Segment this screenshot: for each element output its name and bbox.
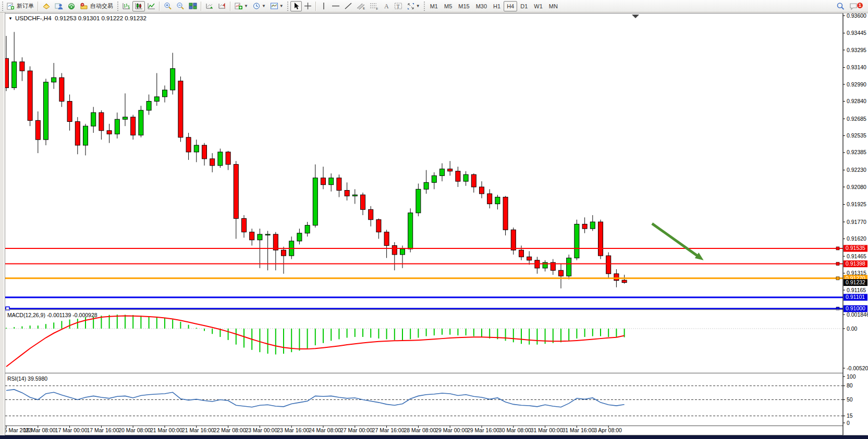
svg-text:21 Mar 00:00: 21 Mar 00:00	[150, 427, 182, 433]
svg-text:16 Mar 08:00: 16 Mar 08:00	[23, 427, 56, 433]
candlestick-chart-icon	[135, 2, 143, 10]
svg-text:A: A	[384, 3, 389, 10]
tile-windows-button[interactable]	[187, 1, 199, 11]
equidistant-channel-icon: E	[357, 2, 365, 10]
zoom-in-button[interactable]	[162, 1, 174, 11]
ohlc-high: 0.91301	[78, 15, 100, 21]
svg-text:100: 100	[847, 373, 856, 380]
chart-shift-button[interactable]	[216, 1, 228, 11]
svg-text:0.92385: 0.92385	[847, 149, 866, 155]
svg-text:23 Mar 00:00: 23 Mar 00:00	[245, 427, 277, 433]
horizontal-line-button[interactable]	[329, 1, 342, 11]
timeframe-m15-button[interactable]: M15	[455, 1, 472, 11]
arrows-button[interactable]: ▼	[405, 1, 422, 11]
svg-text:0: 0	[847, 420, 850, 426]
timeframe-m30-button[interactable]: M30	[473, 1, 490, 11]
navigator-icon	[55, 2, 63, 10]
svg-text:3 Apr 08:00: 3 Apr 08:00	[594, 427, 622, 433]
svg-text:29 Mar 00:00: 29 Mar 00:00	[435, 427, 468, 433]
periods-button[interactable]: ▼	[250, 1, 268, 11]
dropdown-caret: ▼	[244, 4, 248, 8]
timeframe-m5-button[interactable]: M5	[441, 1, 455, 11]
macd-indicator-label: MACD(12,26,9) -0.001139 -0.000928	[7, 312, 97, 318]
cursor-button[interactable]	[290, 1, 302, 11]
svg-text:28 Mar 08:00: 28 Mar 08:00	[404, 427, 436, 433]
trendline-icon	[344, 2, 352, 10]
market-watch-icon	[42, 2, 51, 10]
svg-text:0.91465: 0.91465	[847, 253, 866, 259]
svg-text:50: 50	[847, 396, 853, 403]
toolbar-separator	[230, 2, 231, 11]
fibonacci-button[interactable]: F	[368, 1, 381, 11]
auto-scroll-button[interactable]	[203, 1, 216, 11]
toolbar-separator	[159, 2, 160, 11]
svg-text:23 Mar 16:00: 23 Mar 16:00	[277, 427, 309, 433]
svg-text:0.93295: 0.93295	[847, 47, 866, 53]
timeframe-w1-button[interactable]: W1	[531, 1, 546, 11]
toolbar-grip[interactable]	[1, 2, 4, 11]
svg-text:27 Mar 16:00: 27 Mar 16:00	[372, 427, 405, 433]
svg-text:0.91232: 0.91232	[846, 279, 865, 285]
toolbar-grip[interactable]	[116, 2, 119, 11]
text-button[interactable]: A	[381, 1, 392, 11]
template-icon	[270, 2, 278, 10]
vertical-line-button[interactable]	[318, 1, 329, 11]
crosshair-button[interactable]	[302, 1, 314, 11]
candlestick-chart-button[interactable]	[132, 1, 145, 11]
svg-text:80: 80	[847, 382, 853, 388]
svg-text:0.92685: 0.92685	[847, 116, 866, 122]
notifications-button[interactable]: 1	[847, 1, 861, 11]
ohlc-low: 0.91222	[102, 15, 124, 21]
text-icon: A	[383, 2, 390, 10]
timeframe-h4-button[interactable]: H4	[504, 1, 517, 11]
svg-text:15: 15	[847, 412, 853, 419]
svg-text:20 Mar 08:00: 20 Mar 08:00	[118, 427, 151, 433]
chevron-down-icon[interactable]: ▼	[8, 16, 13, 21]
navigator-button[interactable]	[53, 1, 65, 11]
add-indicator-button[interactable]: ▼	[233, 1, 250, 11]
toolbar-grip[interactable]	[287, 2, 289, 11]
cursor-icon	[292, 2, 300, 10]
macd-name: MACD(12,26,9)	[7, 312, 45, 318]
bar-chart-button[interactable]	[120, 1, 132, 11]
svg-text:30 Mar 08:00: 30 Mar 08:00	[499, 427, 531, 433]
zoom-out-button[interactable]	[174, 1, 187, 11]
data-window-button[interactable]	[65, 1, 78, 11]
notification-badge: 1	[857, 2, 863, 9]
dropdown-caret: ▼	[279, 4, 284, 8]
svg-text:0.93445: 0.93445	[847, 30, 866, 36]
left-panel-edge[interactable]	[0, 12, 5, 439]
market-watch-button[interactable]	[40, 1, 53, 11]
svg-text:0.92990: 0.92990	[847, 81, 866, 87]
autotrading-icon	[80, 2, 88, 10]
zoom-in-icon	[164, 2, 172, 10]
svg-text:0.001846: 0.001846	[847, 311, 868, 318]
new-order-button[interactable]: 新订单	[5, 1, 36, 11]
timeframe-d1-button[interactable]: D1	[517, 1, 531, 11]
rsi-value: 39.5980	[28, 375, 47, 382]
timeframe-h1-button[interactable]: H1	[490, 1, 504, 11]
dropdown-caret: ▼	[262, 4, 266, 8]
svg-text:0.91000: 0.91000	[846, 305, 865, 311]
equidistant-channel-button[interactable]: E	[354, 1, 368, 11]
autotrading-button[interactable]: 自动交易	[78, 1, 115, 11]
toolbar-grip[interactable]	[423, 2, 426, 11]
price-chart-canvas[interactable]: 0.936000.934450.932950.931400.929900.928…	[0, 0, 868, 439]
text-label-button[interactable]: T	[392, 1, 405, 11]
svg-text:0.92080: 0.92080	[847, 184, 866, 190]
timeframe-mn-button[interactable]: MN	[546, 1, 561, 11]
line-chart-button[interactable]	[145, 1, 157, 11]
svg-text:0.91398: 0.91398	[846, 260, 865, 267]
svg-text:0.91770: 0.91770	[847, 219, 866, 225]
timeframe-m1-button[interactable]: M1	[427, 1, 441, 11]
svg-text:21 Mar 16:00: 21 Mar 16:00	[182, 427, 214, 433]
chart-symbol-period: USDCHF-,H4	[15, 15, 52, 21]
search-button[interactable]	[834, 1, 847, 11]
svg-text:0.92230: 0.92230	[847, 167, 866, 173]
svg-text:0.91165: 0.91165	[847, 287, 866, 293]
templates-button[interactable]: ▼	[268, 1, 286, 11]
svg-text:24 Mar 08:00: 24 Mar 08:00	[309, 427, 341, 433]
svg-text:0.91535: 0.91535	[846, 245, 865, 251]
svg-text:0.91620: 0.91620	[847, 235, 866, 242]
trendline-button[interactable]	[342, 1, 354, 11]
